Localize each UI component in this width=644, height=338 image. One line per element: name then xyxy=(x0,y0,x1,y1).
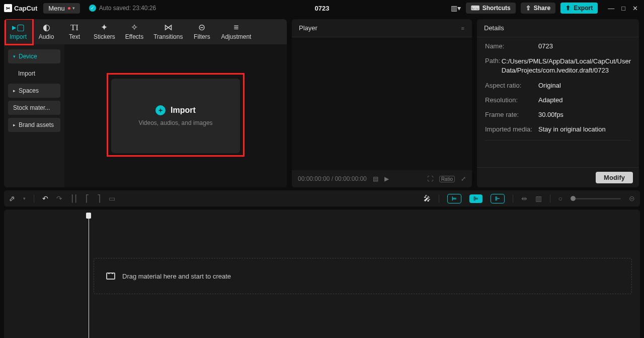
sidebar-item-brand-assets[interactable]: Brand assets xyxy=(8,118,60,132)
clip-icon xyxy=(106,273,115,280)
detail-row-path: Path:C:/Users/PMLS/AppData/Local/CapCut/… xyxy=(485,57,631,75)
app-body: ▸▢ Import ◐ Audio TI Text ✦ Stickers ✧ E… xyxy=(0,16,644,190)
chevron-down-icon: ▾ xyxy=(72,6,75,11)
adjustment-icon: ≡ xyxy=(233,23,238,32)
delete-icon[interactable]: ▭ xyxy=(109,194,115,202)
app-name: CapCut xyxy=(14,5,37,12)
import-title: Import xyxy=(171,106,196,115)
tab-text[interactable]: TI Text xyxy=(60,19,89,44)
timeline-hint-text: Drag material here and start to create xyxy=(122,273,231,280)
zoom-in-icon[interactable]: ⊝ xyxy=(629,194,635,202)
import-subtitle: Videos, audios, and images xyxy=(138,119,212,126)
player-timecode: 00:00:00:00 / 00:00:00:00 xyxy=(298,175,367,182)
autosave-status: ✓ Auto saved: 23:40:26 xyxy=(89,5,156,12)
crop-icon[interactable]: ⛶ xyxy=(427,175,433,182)
export-icon: ⬆ xyxy=(566,5,571,12)
export-button[interactable]: ⬆ Export xyxy=(560,3,598,14)
menu-button[interactable]: Menu ▾ xyxy=(43,3,80,14)
tab-adjustment[interactable]: ≡ Adjustment xyxy=(216,19,256,44)
pointer-mode-chevron-icon[interactable]: ▾ xyxy=(23,196,26,201)
magnet-main-toggle[interactable]: ⊨ xyxy=(447,194,461,204)
detail-row-resolution: Resolution:Adapted xyxy=(485,96,631,104)
minimize-button[interactable]: — xyxy=(608,5,614,12)
filters-icon: ⊝ xyxy=(198,23,205,32)
import-area: + Import Videos, audios, and images xyxy=(64,44,287,187)
close-button[interactable]: ✕ xyxy=(632,5,638,12)
effects-icon: ✧ xyxy=(131,23,138,32)
track-options-icon[interactable]: ▥ xyxy=(535,194,542,202)
trim-left-icon[interactable]: ⎡ xyxy=(86,194,89,202)
tab-transitions[interactable]: ⋈ Transitions xyxy=(148,19,188,44)
notification-dot-icon xyxy=(68,7,70,10)
detail-row-imported-media: Imported media:Stay in original location xyxy=(485,125,631,133)
titlebar: ✂ CapCut Menu ▾ ✓ Auto saved: 23:40:26 0… xyxy=(0,0,644,16)
details-footer: Modify xyxy=(477,167,639,187)
timeline[interactable]: Drag material here and start to create xyxy=(4,210,640,338)
import-icon: ▸▢ xyxy=(12,23,25,32)
split-icon[interactable]: ⎮⎮ xyxy=(70,194,77,202)
plus-icon: + xyxy=(155,105,166,115)
audio-icon: ◐ xyxy=(43,23,50,32)
player-menu-icon[interactable]: ≡ xyxy=(461,25,465,31)
detail-row-aspect: Aspect ratio:Original xyxy=(485,82,631,89)
modify-button[interactable]: Modify xyxy=(596,172,633,183)
zoom-slider[interactable] xyxy=(571,198,621,199)
tab-stickers[interactable]: ✦ Stickers xyxy=(89,19,120,44)
trim-right-icon[interactable]: ⎤ xyxy=(97,194,101,202)
magnet-preview-toggle[interactable]: ⊩ xyxy=(491,194,505,204)
player-header: Player ≡ xyxy=(292,19,472,37)
share-icon: ⇪ xyxy=(526,5,531,12)
player-viewport[interactable] xyxy=(292,37,472,170)
sidebar-item-stock[interactable]: Stock mater... xyxy=(8,101,60,115)
text-icon: TI xyxy=(70,23,78,32)
compare-icon[interactable]: ▤ xyxy=(373,175,378,182)
mic-icon[interactable]: 🎤︎ xyxy=(424,194,431,202)
zoom-out-icon[interactable]: ○ xyxy=(558,194,562,202)
app-logo: ✂ CapCut xyxy=(4,4,37,12)
maximize-button[interactable]: □ xyxy=(621,5,625,12)
menu-label: Menu xyxy=(48,5,65,12)
play-button[interactable]: ▶ xyxy=(384,175,389,182)
sticker-icon: ✦ xyxy=(101,23,108,32)
share-button[interactable]: ⇪ Share xyxy=(521,3,555,14)
tab-filters[interactable]: ⊝ Filters xyxy=(188,19,216,44)
timeline-drop-hint[interactable]: Drag material here and start to create xyxy=(94,258,632,294)
project-title: 0723 xyxy=(315,5,330,12)
player-title: Player xyxy=(299,24,317,32)
shortcuts-button[interactable]: ⌨ Shortcuts xyxy=(466,3,516,14)
timeline-toolbar: ⬀ ▾ ↶ ↷ ⎮⎮ ⎡ ⎤ ▭ 🎤︎ ⊨ ⊫ ⊩ ⇹ ▥ ○ ⊝ xyxy=(4,190,640,207)
align-icon[interactable]: ⇹ xyxy=(521,194,527,202)
fullscreen-icon[interactable]: ⤢ xyxy=(461,175,466,182)
details-panel: Details Name:0723 Path:C:/Users/PMLS/App… xyxy=(477,19,639,187)
media-sidebar: Device Import Spaces Stock mater... Bran… xyxy=(4,44,64,187)
detail-row-fps: Frame rate:30.00fps xyxy=(485,111,631,118)
keyboard-icon: ⌨ xyxy=(471,5,479,12)
tab-import[interactable]: ▸▢ Import xyxy=(4,19,32,44)
player-controls: 00:00:00:00 / 00:00:00:00 ▤ ▶ ⛶ Ratio ⤢ xyxy=(292,170,472,187)
window-controls: — □ ✕ xyxy=(606,5,640,12)
sidebar-item-device[interactable]: Device xyxy=(8,49,60,63)
detail-row-name: Name:0723 xyxy=(485,42,631,50)
tool-tabs: ▸▢ Import ◐ Audio TI Text ✦ Stickers ✧ E… xyxy=(4,19,287,44)
tab-audio[interactable]: ◐ Audio xyxy=(32,19,60,44)
media-content: Device Import Spaces Stock mater... Bran… xyxy=(4,44,287,187)
player-panel: Player ≡ 00:00:00:00 / 00:00:00:00 ▤ ▶ ⛶… xyxy=(292,19,472,187)
media-panel: ▸▢ Import ◐ Audio TI Text ✦ Stickers ✧ E… xyxy=(4,19,287,187)
autosave-label: Auto saved: 23:40:26 xyxy=(99,5,156,12)
details-header: Details xyxy=(477,19,639,37)
import-dropzone[interactable]: + Import Videos, audios, and images xyxy=(111,79,240,153)
layout-icon[interactable]: ▥▾ xyxy=(451,4,461,12)
magnet-linked-toggle[interactable]: ⊫ xyxy=(469,194,482,203)
ratio-button[interactable]: Ratio xyxy=(439,176,455,182)
sidebar-item-import[interactable]: Import xyxy=(8,66,60,81)
pointer-tool-icon[interactable]: ⬀ xyxy=(9,194,15,202)
sidebar-item-spaces[interactable]: Spaces xyxy=(8,84,60,98)
redo-button[interactable]: ↷ xyxy=(56,194,62,202)
tab-effects[interactable]: ✧ Effects xyxy=(120,19,148,44)
titlebar-right: ▥▾ ⌨ Shortcuts ⇪ Share ⬆ Export — □ ✕ xyxy=(451,3,640,14)
check-icon: ✓ xyxy=(89,5,96,12)
undo-button[interactable]: ↶ xyxy=(42,194,48,202)
transitions-icon: ⋈ xyxy=(164,23,173,32)
logo-icon: ✂ xyxy=(4,4,12,12)
details-title: Details xyxy=(484,24,504,32)
